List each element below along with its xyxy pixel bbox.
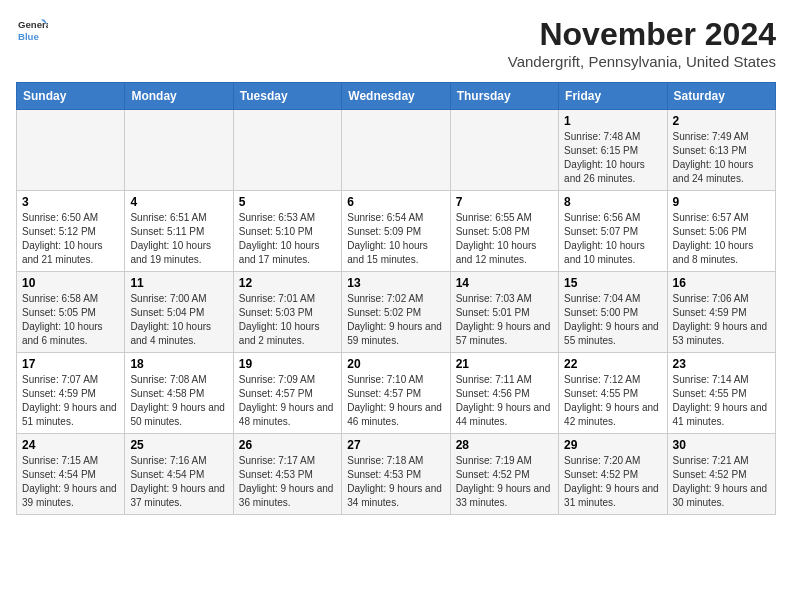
- day-number: 11: [130, 276, 227, 290]
- calendar-cell: [342, 110, 450, 191]
- day-number: 21: [456, 357, 553, 371]
- day-info: Sunrise: 7:03 AM Sunset: 5:01 PM Dayligh…: [456, 292, 553, 348]
- calendar-cell: 17Sunrise: 7:07 AM Sunset: 4:59 PM Dayli…: [17, 353, 125, 434]
- day-number: 7: [456, 195, 553, 209]
- day-number: 1: [564, 114, 661, 128]
- day-info: Sunrise: 6:58 AM Sunset: 5:05 PM Dayligh…: [22, 292, 119, 348]
- calendar-cell: 15Sunrise: 7:04 AM Sunset: 5:00 PM Dayli…: [559, 272, 667, 353]
- day-number: 22: [564, 357, 661, 371]
- day-number: 30: [673, 438, 770, 452]
- calendar-cell: 5Sunrise: 6:53 AM Sunset: 5:10 PM Daylig…: [233, 191, 341, 272]
- day-number: 29: [564, 438, 661, 452]
- calendar-cell: 18Sunrise: 7:08 AM Sunset: 4:58 PM Dayli…: [125, 353, 233, 434]
- calendar-cell: 21Sunrise: 7:11 AM Sunset: 4:56 PM Dayli…: [450, 353, 558, 434]
- day-info: Sunrise: 7:02 AM Sunset: 5:02 PM Dayligh…: [347, 292, 444, 348]
- weekday-header-wednesday: Wednesday: [342, 83, 450, 110]
- day-info: Sunrise: 6:55 AM Sunset: 5:08 PM Dayligh…: [456, 211, 553, 267]
- calendar-cell: 12Sunrise: 7:01 AM Sunset: 5:03 PM Dayli…: [233, 272, 341, 353]
- calendar-cell: 23Sunrise: 7:14 AM Sunset: 4:55 PM Dayli…: [667, 353, 775, 434]
- day-info: Sunrise: 6:54 AM Sunset: 5:09 PM Dayligh…: [347, 211, 444, 267]
- week-row-4: 17Sunrise: 7:07 AM Sunset: 4:59 PM Dayli…: [17, 353, 776, 434]
- title-section: November 2024 Vandergrift, Pennsylvania,…: [508, 16, 776, 70]
- weekday-header-monday: Monday: [125, 83, 233, 110]
- calendar-cell: 3Sunrise: 6:50 AM Sunset: 5:12 PM Daylig…: [17, 191, 125, 272]
- calendar-cell: 14Sunrise: 7:03 AM Sunset: 5:01 PM Dayli…: [450, 272, 558, 353]
- day-info: Sunrise: 6:57 AM Sunset: 5:06 PM Dayligh…: [673, 211, 770, 267]
- calendar-table: SundayMondayTuesdayWednesdayThursdayFrid…: [16, 82, 776, 515]
- calendar-cell: 16Sunrise: 7:06 AM Sunset: 4:59 PM Dayli…: [667, 272, 775, 353]
- weekday-header-sunday: Sunday: [17, 83, 125, 110]
- calendar-cell: 28Sunrise: 7:19 AM Sunset: 4:52 PM Dayli…: [450, 434, 558, 515]
- calendar-cell: 7Sunrise: 6:55 AM Sunset: 5:08 PM Daylig…: [450, 191, 558, 272]
- week-row-1: 1Sunrise: 7:48 AM Sunset: 6:15 PM Daylig…: [17, 110, 776, 191]
- day-info: Sunrise: 7:10 AM Sunset: 4:57 PM Dayligh…: [347, 373, 444, 429]
- day-info: Sunrise: 7:18 AM Sunset: 4:53 PM Dayligh…: [347, 454, 444, 510]
- weekday-header-saturday: Saturday: [667, 83, 775, 110]
- calendar-cell: 1Sunrise: 7:48 AM Sunset: 6:15 PM Daylig…: [559, 110, 667, 191]
- day-info: Sunrise: 7:01 AM Sunset: 5:03 PM Dayligh…: [239, 292, 336, 348]
- day-info: Sunrise: 7:00 AM Sunset: 5:04 PM Dayligh…: [130, 292, 227, 348]
- day-number: 20: [347, 357, 444, 371]
- calendar-cell: 25Sunrise: 7:16 AM Sunset: 4:54 PM Dayli…: [125, 434, 233, 515]
- day-number: 23: [673, 357, 770, 371]
- day-info: Sunrise: 7:04 AM Sunset: 5:00 PM Dayligh…: [564, 292, 661, 348]
- day-number: 6: [347, 195, 444, 209]
- calendar-cell: 22Sunrise: 7:12 AM Sunset: 4:55 PM Dayli…: [559, 353, 667, 434]
- weekday-header-row: SundayMondayTuesdayWednesdayThursdayFrid…: [17, 83, 776, 110]
- day-number: 12: [239, 276, 336, 290]
- day-number: 18: [130, 357, 227, 371]
- day-info: Sunrise: 7:21 AM Sunset: 4:52 PM Dayligh…: [673, 454, 770, 510]
- day-info: Sunrise: 6:50 AM Sunset: 5:12 PM Dayligh…: [22, 211, 119, 267]
- calendar-cell: [125, 110, 233, 191]
- week-row-2: 3Sunrise: 6:50 AM Sunset: 5:12 PM Daylig…: [17, 191, 776, 272]
- week-row-3: 10Sunrise: 6:58 AM Sunset: 5:05 PM Dayli…: [17, 272, 776, 353]
- day-info: Sunrise: 7:09 AM Sunset: 4:57 PM Dayligh…: [239, 373, 336, 429]
- calendar-cell: 26Sunrise: 7:17 AM Sunset: 4:53 PM Dayli…: [233, 434, 341, 515]
- day-number: 9: [673, 195, 770, 209]
- day-info: Sunrise: 6:51 AM Sunset: 5:11 PM Dayligh…: [130, 211, 227, 267]
- day-info: Sunrise: 7:20 AM Sunset: 4:52 PM Dayligh…: [564, 454, 661, 510]
- day-number: 25: [130, 438, 227, 452]
- day-number: 19: [239, 357, 336, 371]
- day-info: Sunrise: 7:14 AM Sunset: 4:55 PM Dayligh…: [673, 373, 770, 429]
- calendar-cell: 19Sunrise: 7:09 AM Sunset: 4:57 PM Dayli…: [233, 353, 341, 434]
- location-title: Vandergrift, Pennsylvania, United States: [508, 53, 776, 70]
- weekday-header-tuesday: Tuesday: [233, 83, 341, 110]
- day-number: 14: [456, 276, 553, 290]
- calendar-cell: 24Sunrise: 7:15 AM Sunset: 4:54 PM Dayli…: [17, 434, 125, 515]
- day-info: Sunrise: 7:15 AM Sunset: 4:54 PM Dayligh…: [22, 454, 119, 510]
- day-info: Sunrise: 7:49 AM Sunset: 6:13 PM Dayligh…: [673, 130, 770, 186]
- logo-icon: General Blue: [16, 16, 48, 44]
- calendar-cell: 10Sunrise: 6:58 AM Sunset: 5:05 PM Dayli…: [17, 272, 125, 353]
- month-title: November 2024: [508, 16, 776, 53]
- day-number: 27: [347, 438, 444, 452]
- day-number: 4: [130, 195, 227, 209]
- day-number: 13: [347, 276, 444, 290]
- calendar-cell: 2Sunrise: 7:49 AM Sunset: 6:13 PM Daylig…: [667, 110, 775, 191]
- day-number: 17: [22, 357, 119, 371]
- day-info: Sunrise: 7:16 AM Sunset: 4:54 PM Dayligh…: [130, 454, 227, 510]
- day-number: 10: [22, 276, 119, 290]
- calendar-cell: 8Sunrise: 6:56 AM Sunset: 5:07 PM Daylig…: [559, 191, 667, 272]
- day-number: 24: [22, 438, 119, 452]
- day-number: 26: [239, 438, 336, 452]
- day-info: Sunrise: 7:48 AM Sunset: 6:15 PM Dayligh…: [564, 130, 661, 186]
- day-info: Sunrise: 7:07 AM Sunset: 4:59 PM Dayligh…: [22, 373, 119, 429]
- calendar-cell: 20Sunrise: 7:10 AM Sunset: 4:57 PM Dayli…: [342, 353, 450, 434]
- calendar-cell: 11Sunrise: 7:00 AM Sunset: 5:04 PM Dayli…: [125, 272, 233, 353]
- day-info: Sunrise: 7:19 AM Sunset: 4:52 PM Dayligh…: [456, 454, 553, 510]
- day-info: Sunrise: 7:12 AM Sunset: 4:55 PM Dayligh…: [564, 373, 661, 429]
- calendar-cell: 4Sunrise: 6:51 AM Sunset: 5:11 PM Daylig…: [125, 191, 233, 272]
- day-info: Sunrise: 7:17 AM Sunset: 4:53 PM Dayligh…: [239, 454, 336, 510]
- day-number: 15: [564, 276, 661, 290]
- week-row-5: 24Sunrise: 7:15 AM Sunset: 4:54 PM Dayli…: [17, 434, 776, 515]
- calendar-cell: 30Sunrise: 7:21 AM Sunset: 4:52 PM Dayli…: [667, 434, 775, 515]
- day-number: 16: [673, 276, 770, 290]
- logo: General Blue: [16, 16, 48, 44]
- calendar-cell: 6Sunrise: 6:54 AM Sunset: 5:09 PM Daylig…: [342, 191, 450, 272]
- weekday-header-thursday: Thursday: [450, 83, 558, 110]
- day-number: 3: [22, 195, 119, 209]
- day-number: 2: [673, 114, 770, 128]
- day-info: Sunrise: 7:11 AM Sunset: 4:56 PM Dayligh…: [456, 373, 553, 429]
- day-info: Sunrise: 7:06 AM Sunset: 4:59 PM Dayligh…: [673, 292, 770, 348]
